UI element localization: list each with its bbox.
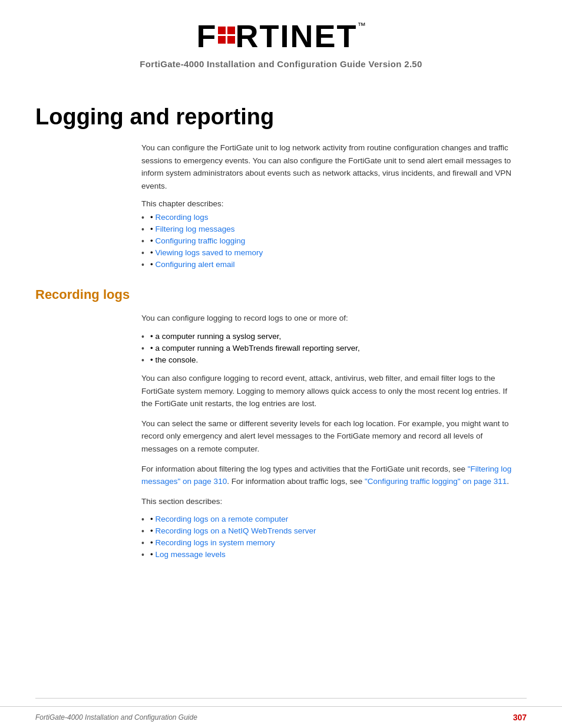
link-log-message-levels[interactable]: Log message levels: [155, 550, 225, 559]
list-item: • Viewing logs saved to memory: [141, 248, 515, 258]
header: F RTINET ™ FortiGate-4000 Installation a…: [0, 0, 562, 81]
recording-logs-para4: For information about filtering the log …: [141, 463, 515, 488]
list-item: • the console.: [141, 355, 515, 365]
para4-text-mid: . For information about traffic logs, se…: [227, 477, 365, 486]
recording-logs-para2: You can also configure logging to record…: [141, 372, 515, 410]
recording-logs-para3: You can select the same or different sev…: [141, 417, 515, 456]
link-viewing-logs-saved-to-memory[interactable]: Viewing logs saved to memory: [155, 248, 263, 257]
bullet-icon: •: [150, 225, 155, 233]
footer-page-number: 307: [513, 713, 527, 722]
chapter-links-list: • Recording logs • Filtering log message…: [141, 213, 515, 269]
main-content: Logging and reporting You can configure …: [0, 104, 562, 559]
list-item: • Recording logs on a NetIQ WebTrends se…: [141, 526, 515, 536]
link-filtering-log-messages[interactable]: Filtering log messages: [155, 225, 234, 233]
link-recording-logs-system-memory[interactable]: Recording logs in system memory: [155, 538, 275, 547]
link-configuring-traffic-logging[interactable]: Configuring traffic logging: [155, 236, 245, 245]
footer-left: FortiGate-4000 Installation and Configur…: [35, 713, 197, 722]
list-item: • Recording logs: [141, 213, 515, 222]
bullet-icon: •: [150, 260, 155, 269]
footer-divider: [35, 698, 527, 699]
para4-text-end: .: [507, 477, 509, 486]
bullet-icon: •: [150, 248, 155, 257]
bullet-text: the console.: [155, 355, 198, 364]
bullet-icon: •: [150, 213, 155, 222]
intro-section: You can configure the FortiGate unit to …: [141, 141, 515, 269]
recording-logs-heading: Recording logs: [35, 287, 527, 302]
page-title: Logging and reporting: [35, 104, 527, 130]
bullet-icon: •: [150, 344, 155, 353]
recording-logs-para1: You can configure logging to record logs…: [141, 312, 515, 325]
bullet-icon: •: [150, 550, 155, 559]
list-item: • Recording logs on a remote computer: [141, 515, 515, 524]
link-recording-logs[interactable]: Recording logs: [155, 213, 208, 222]
bullet-icon: •: [150, 526, 155, 535]
bullet-icon: •: [150, 355, 155, 364]
list-item: • Log message levels: [141, 550, 515, 559]
chapter-desc: This chapter describes:: [141, 199, 515, 208]
section-desc: This section describes:: [141, 495, 515, 508]
list-item: • a computer running a WebTrends firewal…: [141, 344, 515, 353]
list-item: • a computer running a syslog server,: [141, 332, 515, 341]
link-configuring-alert-email[interactable]: Configuring alert email: [155, 260, 234, 269]
logo-container: F RTINET ™: [12, 18, 550, 54]
list-item: • Configuring alert email: [141, 260, 515, 269]
bullet-text: a computer running a WebTrends firewall …: [155, 344, 359, 353]
bullet-icon: •: [150, 332, 155, 341]
recording-logs-content: You can configure logging to record logs…: [141, 312, 515, 559]
link-recording-logs-netiq[interactable]: Recording logs on a NetIQ WebTrends serv…: [155, 526, 316, 535]
list-item: • Configuring traffic logging: [141, 236, 515, 246]
section-links-list: • Recording logs on a remote computer • …: [141, 515, 515, 559]
para4-text-before: For information about filtering the log …: [141, 465, 468, 473]
recording-bullets: • a computer running a syslog server, • …: [141, 332, 515, 365]
bullet-icon: •: [150, 538, 155, 547]
bullet-text: a computer running a syslog server,: [155, 332, 281, 341]
link-recording-logs-remote-computer[interactable]: Recording logs on a remote computer: [155, 515, 288, 523]
header-subtitle: FortiGate-4000 Installation and Configur…: [12, 59, 550, 69]
link-configuring-traffic-logging-page[interactable]: "Configuring traffic logging" on page 31…: [365, 477, 507, 486]
list-item: • Filtering log messages: [141, 225, 515, 234]
bullet-icon: •: [150, 236, 155, 245]
list-item: • Recording logs in system memory: [141, 538, 515, 548]
intro-paragraph1: You can configure the FortiGate unit to …: [141, 141, 515, 192]
footer: FortiGate-4000 Installation and Configur…: [0, 706, 562, 728]
bullet-icon: •: [150, 515, 155, 523]
page: F RTINET ™ FortiGate-4000 Installation a…: [0, 0, 562, 728]
